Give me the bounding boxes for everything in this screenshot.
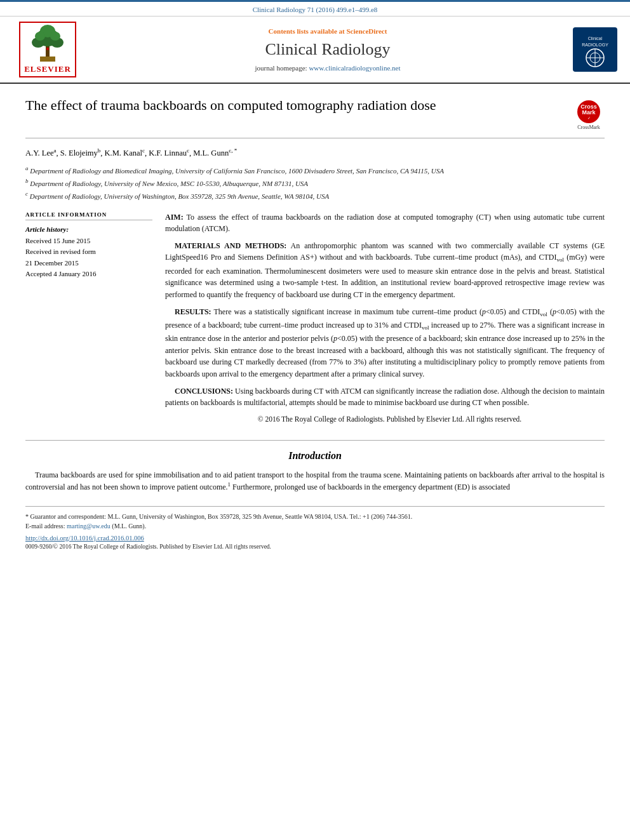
- radiology-logo-svg: Clinical RADIOLOGY: [573, 27, 617, 72]
- contents-label: Contents lists available at: [269, 27, 345, 35]
- affil-sup-b: b: [98, 147, 101, 154]
- affil-a-sup: a: [25, 165, 29, 171]
- aim-label: AIM:: [165, 213, 184, 222]
- abstract-results: RESULTS: There was a statistically signi…: [165, 306, 605, 380]
- citation-text: Clinical Radiology 71 (2016) 499.e1–499.…: [253, 6, 378, 13]
- copyright-line: © 2016 The Royal College of Radiologists…: [165, 414, 605, 425]
- methods-label: MATERIALS AND METHODS:: [175, 241, 286, 250]
- article-history-label: Article history:: [25, 225, 152, 233]
- affil-b-sup: b: [25, 178, 29, 184]
- affil-a-text: Department of Radiology and Biomedical I…: [30, 167, 444, 175]
- svg-text:Clinical: Clinical: [588, 36, 603, 41]
- journal-homepage: journal homepage: www.clinicalradiologyo…: [255, 64, 400, 72]
- introduction-title: Introduction: [25, 450, 605, 462]
- affil-c-sup: c: [25, 190, 28, 197]
- copyright-text: © 2016 The Royal College of Radiologists…: [258, 415, 521, 423]
- journal-title: Clinical Radiology: [265, 40, 390, 59]
- email-link: marting@uw.edu: [67, 523, 111, 530]
- right-column: AIM: To assess the effect of trauma back…: [165, 211, 605, 430]
- citation-bar: Clinical Radiology 71 (2016) 499.e1–499.…: [0, 2, 630, 17]
- affil-sup-c1: c: [142, 147, 145, 154]
- received-revised-label: Received in revised form: [25, 246, 152, 258]
- elsevier-logo: ELSEVIER: [19, 22, 76, 77]
- author-s-elojeimy: S. Elojeimy: [60, 149, 98, 157]
- received-revised-date: 21 December 2015: [25, 258, 152, 269]
- svg-point-8: [50, 32, 60, 41]
- introduction-section: Introduction Trauma backboards are used …: [25, 450, 605, 493]
- author-kf-linnau: K.F. Linnau: [149, 149, 187, 157]
- article-title: The effect of trauma backboards on compu…: [25, 97, 566, 115]
- journal-right-logo: Clinical RADIOLOGY: [566, 22, 624, 77]
- author-ay-lee: A.Y. Lee: [25, 149, 54, 157]
- affiliation-b: b Department of Radiology, University of…: [25, 177, 605, 189]
- footnote-email: E-mail address: marting@uw.edu (M.L. Gun…: [25, 521, 605, 531]
- elsevier-wordmark: ELSEVIER: [24, 64, 71, 74]
- homepage-url[interactable]: www.clinicalradiologyonline.net: [309, 64, 400, 72]
- article-title-section: The effect of trauma backboards on compu…: [25, 97, 605, 138]
- conclusions-label: CONCLUSIONS:: [175, 387, 233, 396]
- abstract-aim: AIM: To assess the effect of trauma back…: [165, 211, 605, 235]
- science-direct-line: Contents lists available at ScienceDirec…: [269, 27, 387, 35]
- two-col-layout: ARTICLE INFORMATION Article history: Rec…: [25, 211, 605, 430]
- svg-point-7: [35, 32, 45, 41]
- aim-text: To assess the effect of trauma backboard…: [165, 213, 605, 234]
- svg-text:✓: ✓: [587, 116, 591, 120]
- affiliation-a: a Department of Radiology and Biomedical…: [25, 164, 605, 176]
- journal-center-info: Contents lists available at ScienceDirec…: [95, 22, 560, 77]
- introduction-text: Trauma backboards are used for spine imm…: [25, 469, 605, 493]
- journal-header: ELSEVIER Contents lists available at Sci…: [0, 17, 630, 84]
- svg-text:RADIOLOGY: RADIOLOGY: [582, 43, 608, 47]
- results-text: There was a statistically significant in…: [165, 307, 605, 378]
- affil-sup-a: a: [54, 147, 57, 154]
- homepage-label: journal homepage:: [255, 64, 307, 72]
- abstract-conclusions: CONCLUSIONS: Using backboards during CT …: [165, 385, 605, 409]
- issn-line: 0009-9260/© 2016 The Royal College of Ra…: [25, 543, 605, 550]
- section-divider: [25, 440, 605, 441]
- authors-line: A.Y. Leea, S. Elojeimyb, K.M. Kanalc, K.…: [25, 146, 605, 159]
- accepted-date: Accepted 4 January 2016: [25, 269, 152, 280]
- author-km-kanal: K.M. Kanal: [105, 149, 142, 157]
- results-label: RESULTS:: [175, 307, 211, 316]
- elsevier-tree-svg: [22, 25, 73, 63]
- affil-b-text: Department of Radiology, University of N…: [30, 180, 308, 187]
- svg-text:Mark: Mark: [582, 109, 596, 116]
- main-content: The effect of trauma backboards on compu…: [0, 84, 630, 563]
- article-title-container: The effect of trauma backboards on compu…: [25, 97, 566, 115]
- affil-sup-c2: c: [187, 147, 189, 154]
- left-column: ARTICLE INFORMATION Article history: Rec…: [25, 211, 152, 430]
- affiliation-c: c Department of Radiology, University of…: [25, 190, 605, 201]
- author-ml-gunn: M.L. Gunn: [193, 149, 229, 157]
- footnote-area: * Guarantor and correspondent: M.L. Gunn…: [25, 506, 605, 550]
- elsevier-logo-section: ELSEVIER: [6, 22, 89, 77]
- svg-point-9: [46, 48, 49, 50]
- crossmark-label: CrossMark: [577, 124, 600, 130]
- crossmark-icon: Cross Mark ✓: [576, 99, 601, 124]
- footnote-guarantor: * Guarantor and correspondent: M.L. Gunn…: [25, 512, 605, 521]
- article-info-title: ARTICLE INFORMATION: [25, 211, 152, 220]
- abstract-section: AIM: To assess the effect of trauma back…: [165, 211, 605, 425]
- science-direct-name: ScienceDirect: [346, 27, 387, 35]
- abstract-methods: MATERIALS AND METHODS: An anthropomorphi…: [165, 240, 605, 301]
- affil-sup-c3: c, *: [229, 147, 237, 154]
- svg-rect-1: [40, 57, 55, 62]
- crossmark-section: Cross Mark ✓ CrossMark: [573, 99, 605, 130]
- affil-c-text: Department of Radiology, University of W…: [30, 192, 329, 200]
- doi-link[interactable]: http://dx.doi.org/10.1016/j.crad.2016.01…: [25, 535, 605, 542]
- affiliations-section: a Department of Radiology and Biomedical…: [25, 164, 605, 201]
- received-date: Received 15 June 2015: [25, 236, 152, 247]
